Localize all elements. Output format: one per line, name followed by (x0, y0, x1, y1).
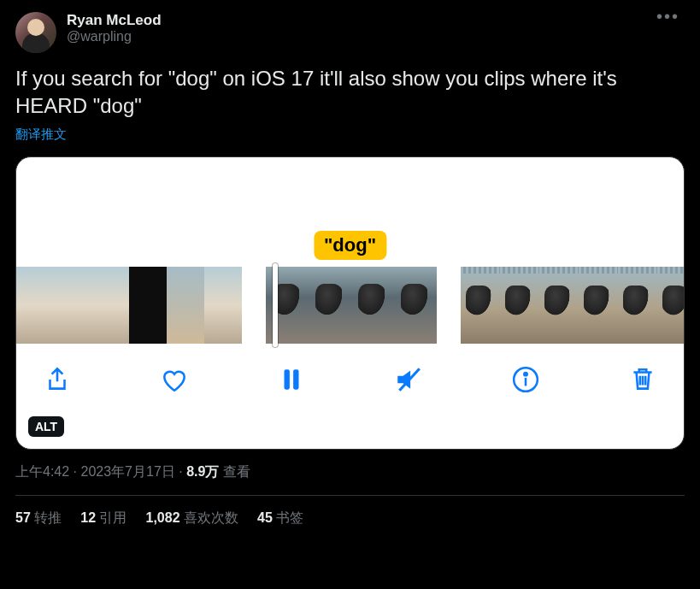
svg-rect-1 (293, 369, 298, 389)
media-top: "dog" (16, 157, 684, 267)
avatar[interactable] (15, 12, 56, 53)
thumbnail (657, 267, 685, 344)
clip-gap (437, 267, 461, 344)
thumbnail (16, 267, 54, 344)
media-controls (16, 344, 684, 397)
thumbnail (539, 267, 579, 344)
pause-button[interactable] (274, 362, 309, 397)
info-button[interactable] (509, 362, 543, 397)
clip-group-2 (266, 267, 437, 344)
thumbnail (204, 267, 242, 344)
thumbnail (500, 267, 539, 344)
display-name: Ryan McLeod (67, 12, 651, 29)
tweet-container: Ryan McLeod @warpling ••• If you search … (0, 0, 700, 541)
retweets-stat[interactable]: 57 转推 (15, 509, 62, 527)
views-count: 8.9万 (186, 464, 219, 479)
alt-badge[interactable]: ALT (28, 416, 64, 437)
meta-time[interactable]: 上午4:42 (15, 464, 69, 479)
playhead[interactable] (273, 263, 278, 347)
tweet-meta: 上午4:42 · 2023年7月17日 · 8.9万 查看 (15, 463, 685, 481)
likes-stat[interactable]: 1,082 喜欢次数 (146, 509, 239, 527)
thumbnail (579, 267, 618, 344)
handle: @warpling (67, 29, 651, 44)
bookmarks-stat[interactable]: 45 书签 (257, 509, 303, 527)
trash-button[interactable] (626, 362, 660, 397)
author-block[interactable]: Ryan McLeod @warpling (67, 12, 651, 44)
caption-label: "dog" (314, 231, 386, 260)
thumbnail (618, 267, 657, 344)
tweet-text: If you search for "dog" on iOS 17 it'll … (15, 65, 685, 120)
tweet-header: Ryan McLeod @warpling ••• (15, 12, 685, 53)
clip-gap (242, 267, 266, 344)
thumbnail (461, 267, 500, 344)
clip-group-1 (16, 267, 242, 344)
video-timeline[interactable] (16, 267, 684, 344)
like-button[interactable] (157, 362, 191, 397)
thumbnail (91, 267, 129, 344)
mute-button[interactable] (391, 362, 426, 397)
quotes-stat[interactable]: 12 引用 (80, 509, 126, 527)
thumbnail (394, 267, 437, 344)
translate-link[interactable]: 翻译推文 (15, 127, 685, 143)
thumbnail (167, 267, 204, 344)
clip-group-3 (461, 267, 685, 344)
thumbnail (129, 267, 167, 344)
svg-rect-0 (285, 369, 290, 389)
share-button[interactable] (40, 362, 74, 397)
thumbnail (351, 267, 394, 344)
meta-date[interactable]: 2023年7月17日 (80, 464, 174, 479)
thumbnail (309, 267, 351, 344)
tweet-stats: 57 转推 12 引用 1,082 喜欢次数 45 书签 (15, 496, 685, 541)
views-label: 查看 (219, 464, 250, 479)
thumbnail (54, 267, 91, 344)
svg-point-4 (524, 373, 526, 375)
media-card[interactable]: "dog" (15, 156, 685, 450)
more-button[interactable]: ••• (651, 12, 685, 21)
